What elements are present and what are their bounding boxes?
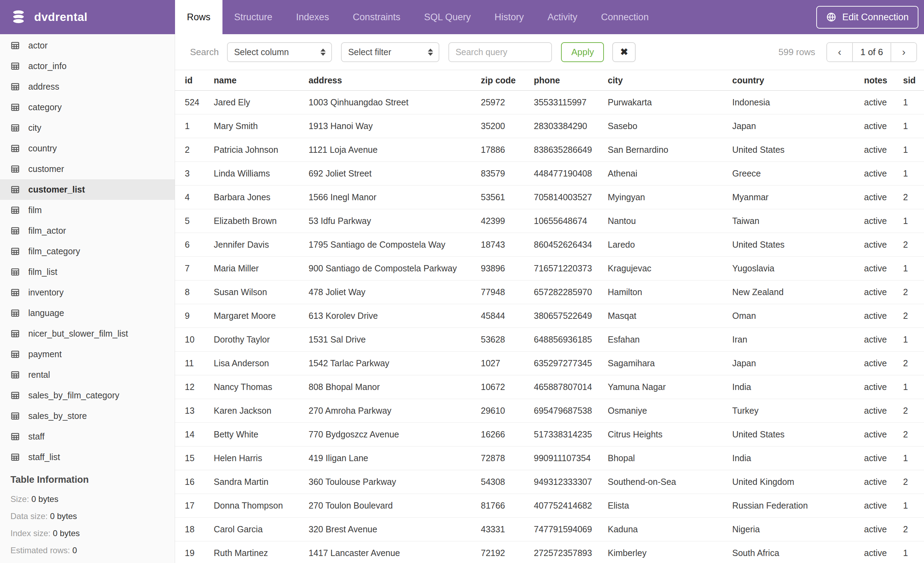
table-row[interactable]: 14Betty White770 Bydgoszcz Avenue1626651… bbox=[175, 423, 924, 446]
table-cell[interactable]: 54308 bbox=[481, 470, 534, 494]
table-cell[interactable]: active bbox=[864, 494, 903, 518]
table-cell[interactable]: Bhopal bbox=[608, 446, 732, 470]
table-cell[interactable]: 360 Toulouse Parkway bbox=[309, 470, 481, 494]
table-cell[interactable]: Nigeria bbox=[732, 518, 864, 541]
tab-rows[interactable]: Rows bbox=[175, 0, 222, 34]
table-cell[interactable]: 380657522649 bbox=[534, 304, 608, 328]
table-cell[interactable]: 15 bbox=[175, 446, 214, 470]
table-cell[interactable]: 900 Santiago de Compostela Parkway bbox=[309, 257, 481, 281]
table-row[interactable]: 10Dorothy Taylor1531 Sal Drive5362864885… bbox=[175, 328, 924, 351]
table-cell[interactable]: 9 bbox=[175, 304, 214, 328]
table-cell[interactable]: Yugoslavia bbox=[732, 257, 864, 281]
table-cell[interactable]: 692 Joliet Street bbox=[309, 162, 481, 186]
table-cell[interactable]: 72192 bbox=[481, 541, 534, 563]
table-cell[interactable]: Sandra Martin bbox=[214, 470, 309, 494]
tab-indexes[interactable]: Indexes bbox=[284, 0, 341, 34]
table-cell[interactable]: 4 bbox=[175, 186, 214, 209]
table-row[interactable]: 16Sandra Martin360 Toulouse Parkway54308… bbox=[175, 470, 924, 494]
table-cell[interactable]: 17 bbox=[175, 494, 214, 518]
table-cell[interactable]: Maria Miller bbox=[214, 257, 309, 281]
table-cell[interactable]: active bbox=[864, 423, 903, 446]
table-cell[interactable]: 25972 bbox=[481, 91, 534, 114]
table-cell[interactable]: 53561 bbox=[481, 186, 534, 209]
table-cell[interactable]: active bbox=[864, 233, 903, 257]
table-cell[interactable]: Kimberley bbox=[608, 541, 732, 563]
table-cell[interactable]: 524 bbox=[175, 91, 214, 114]
sidebar-item-country[interactable]: country bbox=[0, 138, 175, 159]
table-cell[interactable]: 517338314235 bbox=[534, 423, 608, 446]
table-cell[interactable]: 1 bbox=[903, 257, 924, 281]
table-cell[interactable]: Carol Garcia bbox=[214, 518, 309, 541]
table-cell[interactable]: India bbox=[732, 375, 864, 399]
table-row[interactable]: 18Carol Garcia320 Brest Avenue4333174779… bbox=[175, 518, 924, 541]
table-cell[interactable]: Turkey bbox=[732, 399, 864, 423]
table-row[interactable]: 7Maria Miller900 Santiago de Compostela … bbox=[175, 257, 924, 281]
table-cell[interactable]: Japan bbox=[732, 114, 864, 138]
table-cell[interactable]: 18 bbox=[175, 518, 214, 541]
table-cell[interactable]: Mary Smith bbox=[214, 114, 309, 138]
table-cell[interactable]: 93896 bbox=[481, 257, 534, 281]
sidebar-item-film[interactable]: film bbox=[0, 200, 175, 221]
sidebar-item-nicer_but_slower_film_list[interactable]: nicer_but_slower_film_list bbox=[0, 323, 175, 344]
table-cell[interactable]: 13 bbox=[175, 399, 214, 423]
table-cell[interactable]: 2 bbox=[903, 423, 924, 446]
table-cell[interactable]: active bbox=[864, 138, 903, 162]
table-cell[interactable]: 17886 bbox=[481, 138, 534, 162]
table-cell[interactable]: 2 bbox=[903, 281, 924, 304]
table-cell[interactable]: Nancy Thomas bbox=[214, 375, 309, 399]
table-cell[interactable]: active bbox=[864, 186, 903, 209]
table-cell[interactable]: Sasebo bbox=[608, 114, 732, 138]
table-row[interactable]: 5Elizabeth Brown53 Idfu Parkway423991065… bbox=[175, 209, 924, 233]
table-cell[interactable]: Barbara Jones bbox=[214, 186, 309, 209]
table-cell[interactable]: 1121 Loja Avenue bbox=[309, 138, 481, 162]
table-cell[interactable]: 2 bbox=[903, 186, 924, 209]
column-header-country[interactable]: country bbox=[732, 70, 864, 91]
sidebar-item-category[interactable]: category bbox=[0, 97, 175, 117]
table-cell[interactable]: 1 bbox=[903, 541, 924, 563]
table-cell[interactable]: Betty White bbox=[214, 423, 309, 446]
table-cell[interactable]: Dorothy Taylor bbox=[214, 328, 309, 351]
sidebar-item-city[interactable]: city bbox=[0, 117, 175, 138]
table-cell[interactable]: 770 Bydgoszcz Avenue bbox=[309, 423, 481, 446]
tab-sql-query[interactable]: SQL Query bbox=[412, 0, 483, 34]
table-cell[interactable]: Patricia Johnson bbox=[214, 138, 309, 162]
table-cell[interactable]: 2 bbox=[903, 470, 924, 494]
table-row[interactable]: 13Karen Jackson270 Amroha Parkway2961069… bbox=[175, 399, 924, 423]
table-cell[interactable]: Iran bbox=[732, 328, 864, 351]
sidebar-item-staff[interactable]: staff bbox=[0, 426, 175, 447]
table-cell[interactable]: 613 Korolev Drive bbox=[309, 304, 481, 328]
table-cell[interactable]: 10655648674 bbox=[534, 209, 608, 233]
sidebar-item-customer[interactable]: customer bbox=[0, 159, 175, 179]
sidebar-item-film_actor[interactable]: film_actor bbox=[0, 221, 175, 241]
table-cell[interactable]: 860452626434 bbox=[534, 233, 608, 257]
tab-connection[interactable]: Connection bbox=[589, 0, 661, 34]
table-cell[interactable]: Linda Williams bbox=[214, 162, 309, 186]
column-header-sid[interactable]: sid bbox=[903, 70, 924, 91]
table-cell[interactable]: 716571220373 bbox=[534, 257, 608, 281]
table-cell[interactable]: 10 bbox=[175, 328, 214, 351]
table-cell[interactable]: 478 Joliet Way bbox=[309, 281, 481, 304]
table-cell[interactable]: Elizabeth Brown bbox=[214, 209, 309, 233]
table-cell[interactable]: 45844 bbox=[481, 304, 534, 328]
column-header-notes[interactable]: notes bbox=[864, 70, 903, 91]
table-cell[interactable]: Lisa Anderson bbox=[214, 351, 309, 375]
table-cell[interactable]: 1531 Sal Drive bbox=[309, 328, 481, 351]
apply-button[interactable]: Apply bbox=[561, 42, 604, 62]
column-header-city[interactable]: city bbox=[608, 70, 732, 91]
table-cell[interactable]: active bbox=[864, 304, 903, 328]
table-cell[interactable]: Margaret Moore bbox=[214, 304, 309, 328]
table-cell[interactable]: Myanmar bbox=[732, 186, 864, 209]
table-cell[interactable]: 2 bbox=[175, 138, 214, 162]
table-cell[interactable]: 705814003527 bbox=[534, 186, 608, 209]
table-cell[interactable]: 695479687538 bbox=[534, 399, 608, 423]
table-cell[interactable]: Sagamihara bbox=[608, 351, 732, 375]
column-header-name[interactable]: name bbox=[214, 70, 309, 91]
table-cell[interactable]: 1 bbox=[903, 91, 924, 114]
table-cell[interactable]: Helen Harris bbox=[214, 446, 309, 470]
table-cell[interactable]: 448477190408 bbox=[534, 162, 608, 186]
table-cell[interactable]: Russian Federation bbox=[732, 494, 864, 518]
tab-activity[interactable]: Activity bbox=[536, 0, 589, 34]
table-cell[interactable]: 270 Amroha Parkway bbox=[309, 399, 481, 423]
table-row[interactable]: 1Mary Smith1913 Hanoi Way352002830338429… bbox=[175, 114, 924, 138]
table-row[interactable]: 4Barbara Jones1566 Inegl Manor5356170581… bbox=[175, 186, 924, 209]
